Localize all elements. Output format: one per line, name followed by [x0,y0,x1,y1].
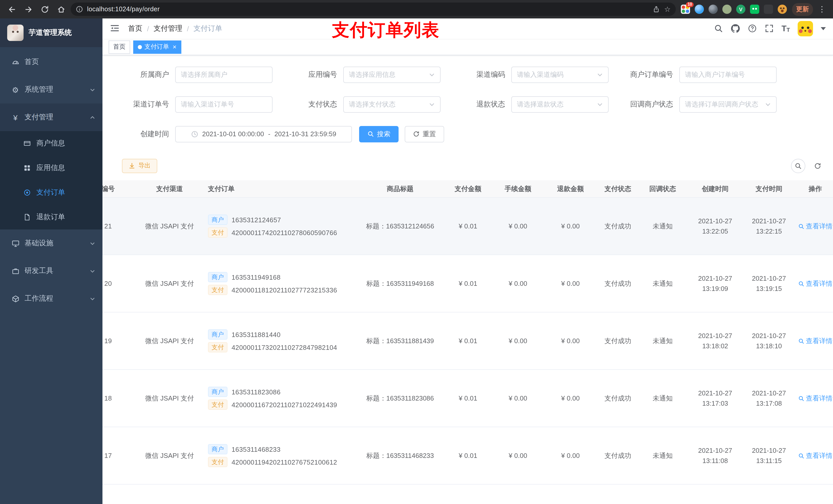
sidebar-item-payment[interactable]: ¥ 支付管理 [0,103,102,131]
table-row[interactable]: 20 微信 JSAPI 支付 商户 1635311949168 支付 [102,255,833,312]
actions-cell: 查看详情 [794,198,833,255]
chevron-down-icon [90,296,95,302]
sidebar-item-pay-order[interactable]: 支付订单 [0,180,102,205]
table-refresh-button[interactable] [810,159,825,173]
order-id-cell [102,484,136,504]
help-icon[interactable] [748,24,757,33]
view-detail-link[interactable]: 查看详情 [798,451,832,460]
extension-drop-icon[interactable] [695,5,704,14]
table-row[interactable]: 17 微信 JSAPI 支付 商户 1635311468233 支付 [102,427,833,484]
refund-amount-cell: ¥ 0.00 [544,198,597,255]
extension-grid-icon[interactable]: 10 [681,5,690,14]
extension-sphere-icon[interactable] [709,5,718,14]
table-search-toggle-button[interactable] [791,159,805,173]
fullscreen-icon[interactable] [765,24,774,33]
tab-home[interactable]: 首页 [109,40,130,53]
merchant-order-no: 1635311468233 [232,446,281,453]
merchant-order-no-input[interactable]: 请输入商户订单编号 [679,67,777,83]
extension-chat-icon[interactable] [750,5,759,14]
search-icon [798,338,804,344]
channel-order-no-input[interactable]: 请输入渠道订单号 [175,96,272,113]
sidebar-item-refund-order[interactable]: 退款订单 [0,205,102,230]
field-label: 支付状态 [284,100,343,109]
breadcrumb-item-home[interactable]: 首页 [128,24,142,33]
share-icon[interactable] [653,6,660,13]
sidebar-item-dev-tools[interactable]: 研发工具 [0,257,102,285]
export-button[interactable]: 导出 [122,159,157,173]
extension-circle-icon[interactable] [722,5,732,14]
pay-amount-cell: ¥ 0.01 [444,198,492,255]
refund-amount-cell: ¥ 0.00 [544,427,597,484]
site-info-icon[interactable] [76,6,83,13]
font-size-icon[interactable]: TT [782,25,790,33]
user-avatar[interactable] [798,21,813,37]
breadcrumb-item-payment[interactable]: 支付管理 [154,24,182,33]
sidebar-item-app-info[interactable]: 应用信息 [0,156,102,180]
search-icon[interactable] [714,24,723,33]
column-header-id: 编号 [102,180,136,198]
notify-status-cell: 未通知 [638,312,687,370]
column-header-fee-amount: 手续金额 [492,180,544,198]
filter-field-create-time: 创建时间 2021-10-01 00:00:00 - 2021-10-31 23… [116,126,352,142]
reload-icon[interactable] [38,3,51,16]
order-id-cell: 18 [102,370,136,427]
notify-status-select[interactable]: 请选择订单回调商户状态 [679,96,777,113]
column-header-create-time: 创建时间 [687,180,743,198]
table-row[interactable]: 19 微信 JSAPI 支付 商户 1635311881440 支付 [102,312,833,370]
table-row[interactable]: 21 微信 JSAPI 支付 商户 1635312124657 支付 [102,198,833,255]
channel-cell [136,484,203,504]
browser-update-button[interactable]: 更新 [792,3,813,16]
view-detail-link[interactable]: 查看详情 [798,337,832,346]
sidebar-item-label: 基础设施 [25,239,53,248]
top-navbar: 首页 / 支付管理 / 支付订单 支付订单列表 [102,19,833,39]
merchant-tag: 商户 [208,387,228,397]
extensions-puzzle-icon[interactable] [764,5,773,14]
placeholder-text: 请选择支付状态 [349,100,426,109]
create-time-cell: 2021-10-27 13:18:02 [687,312,743,370]
reset-button[interactable]: 重置 [405,126,444,142]
search-button[interactable]: 搜索 [359,126,399,142]
forward-icon[interactable] [22,3,35,16]
tab-close-icon[interactable]: × [173,44,176,50]
hamburger-icon[interactable] [110,23,121,34]
card-icon [24,140,31,147]
view-detail-link[interactable]: 查看详情 [798,279,832,288]
create-time-range-input[interactable]: 2021-10-01 00:00:00 - 2021-10-31 23:59:5… [175,126,352,142]
create-time-cell: 2021-10-27 13:17:03 [687,370,743,427]
grid-icon [24,164,31,172]
search-icon [367,131,374,138]
channel-code-select[interactable]: 请输入渠道编码 [511,67,609,83]
placeholder-text: 请选择退款状态 [517,100,594,109]
tab-pay-order[interactable]: 支付订单 × [133,40,181,53]
address-bar[interactable]: localhost:1024/pay/order ☆ [71,3,676,16]
refund-status-select[interactable]: 请选择退款状态 [511,96,609,113]
sidebar-item-system[interactable]: ⚙ 系统管理 [0,76,102,103]
app-select[interactable]: 请选择应用信息 [343,67,441,83]
pay-status-select[interactable]: 请选择支付状态 [343,96,441,113]
sidebar-item-merchant-info[interactable]: 商户信息 [0,131,102,156]
view-detail-link[interactable]: 查看详情 [798,222,832,231]
view-detail-link[interactable]: 查看详情 [798,394,832,403]
bookmark-star-icon[interactable]: ☆ [664,6,671,13]
home-icon[interactable] [54,3,68,16]
cube-icon [11,294,20,303]
browser-menu-icon[interactable]: ⋮ [816,5,828,14]
profile-avatar-icon[interactable] [778,5,787,14]
back-icon[interactable] [5,3,19,16]
merchant-input[interactable]: 请选择所属商户 [175,67,272,83]
extension-v-icon[interactable]: V [736,5,745,14]
table-row[interactable]: 18 微信 JSAPI 支付 商户 1635311823086 支付 [102,370,833,427]
fee-amount-cell: ¥ 0.00 [492,427,544,484]
sidebar-item-home[interactable]: 首页 [0,48,102,76]
sidebar: 芋道管理系统 首页 ⚙ 系统管理 ¥ 支付管理 [0,19,102,504]
sidebar-item-workflow[interactable]: 工作流程 [0,285,102,312]
filter-field-merchant: 所属商户 请选择所属商户 [116,67,284,83]
logo-row[interactable]: 芋道管理系统 [0,19,102,47]
caret-down-icon[interactable] [821,27,826,30]
table-row-partial[interactable]: 商户 1635311951796 [102,484,833,504]
pay-tag: 支付 [208,228,228,238]
url-text[interactable]: localhost:1024/pay/order [87,6,649,13]
sidebar-item-infrastructure[interactable]: 基础设施 [0,230,102,257]
filter-row-1: 所属商户 请选择所属商户 应用编号 请选择应用信息 渠道编码 [102,67,833,83]
github-icon[interactable] [731,24,740,33]
